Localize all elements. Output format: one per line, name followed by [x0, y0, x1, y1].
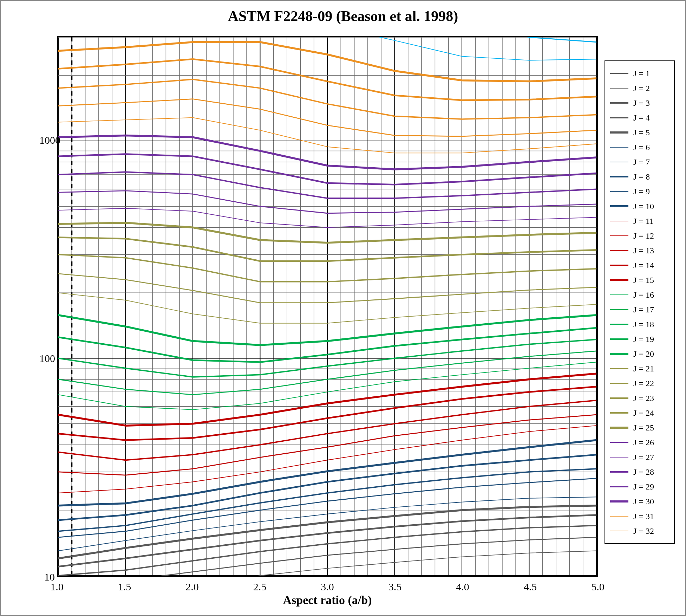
legend-item: J = 23: [609, 391, 671, 406]
legend-label: J = 26: [633, 438, 654, 447]
legend-label: J = 11: [633, 216, 654, 226]
y-tick-label: 10: [39, 571, 55, 583]
x-axis-label: Aspect ratio (a/b): [57, 594, 598, 607]
legend-item: J = 12: [609, 228, 671, 243]
legend-item: J = 21: [609, 361, 671, 376]
legend-label: J = 17: [633, 305, 654, 315]
legend-label: J = 1: [633, 69, 650, 78]
legend-item: J = 25: [609, 420, 671, 435]
legend-label: J = 25: [633, 423, 654, 433]
legend-label: J = 30: [633, 497, 654, 506]
x-tick-label: 5.0: [591, 581, 605, 593]
x-tick-label: 2.0: [185, 581, 199, 593]
legend-label: J = 15: [633, 275, 654, 285]
legend-label: J = 31: [633, 512, 654, 521]
legend-item: J = 8: [609, 169, 671, 184]
legend-label: J = 13: [633, 246, 654, 255]
legend-item: J = 7: [609, 155, 671, 169]
legend-label: J = 2: [633, 84, 650, 93]
legend-label: J = 7: [633, 157, 650, 167]
legend-label: J = 18: [633, 320, 654, 329]
legend-item: J = 15: [609, 273, 671, 287]
legend-label: J = 6: [633, 143, 650, 152]
x-tick-label: 3.5: [388, 581, 402, 593]
legend-item: J = 27: [609, 450, 671, 465]
y-tick-label: 1000: [39, 134, 55, 146]
legend-item: J = 20: [609, 346, 671, 361]
legend-item: J = 22: [609, 376, 671, 391]
legend-label: J = 16: [633, 290, 654, 300]
x-tick-label: 4.5: [524, 581, 537, 593]
legend-box: J = 1J = 2J = 3J = 4J = 5J = 6J = 7J = 8…: [605, 60, 675, 544]
x-tick-label: 2.5: [253, 581, 267, 593]
legend-label: J = 5: [633, 128, 650, 137]
chart-frame: ASTM F2248-09 (Beason et al. 1998) Nondi…: [0, 0, 686, 616]
x-tick-label: 4.0: [456, 581, 469, 593]
legend-label: J = 23: [633, 394, 654, 403]
legend-item: J = 19: [609, 332, 671, 346]
plot-area: [57, 36, 598, 577]
legend-item: J = 9: [609, 184, 671, 199]
legend-item: J = 24: [609, 406, 671, 420]
legend-label: J = 29: [633, 482, 654, 492]
legend-label: J = 8: [633, 172, 650, 182]
chart-title: ASTM F2248-09 (Beason et al. 1998): [1, 8, 685, 25]
x-tick-label: 1.5: [118, 581, 131, 593]
legend-item: J = 11: [609, 214, 671, 228]
legend-item: J = 16: [609, 287, 671, 302]
legend-label: J = 9: [633, 187, 650, 196]
legend-label: J = 10: [633, 202, 654, 211]
legend-label: J = 32: [633, 526, 654, 536]
plot-inner: [58, 37, 596, 576]
legend-item: J = 10: [609, 199, 671, 214]
legend-label: J = 24: [633, 408, 654, 418]
legend-item: J = 2: [609, 81, 671, 96]
legend-item: J = 1: [609, 66, 671, 81]
legend-label: J = 27: [633, 453, 654, 462]
legend-item: J = 4: [609, 110, 671, 125]
legend-item: J = 28: [609, 465, 671, 479]
legend-item: J = 18: [609, 317, 671, 332]
legend-item: J = 3: [609, 96, 671, 110]
legend-label: J = 22: [633, 379, 654, 388]
legend-item: J = 5: [609, 125, 671, 140]
legend-label: J = 14: [633, 261, 654, 270]
legend-item: J = 30: [609, 494, 671, 509]
legend-label: J = 12: [633, 231, 654, 241]
legend-label: J = 4: [633, 113, 650, 123]
legend-item: J = 31: [609, 509, 671, 524]
legend-label: J = 28: [633, 467, 654, 477]
legend-item: J = 17: [609, 302, 671, 317]
legend-item: J = 26: [609, 435, 671, 450]
legend-item: J = 32: [609, 524, 671, 538]
x-tick-label: 3.0: [321, 581, 334, 593]
legend-label: J = 3: [633, 98, 650, 108]
legend-item: J = 13: [609, 243, 671, 258]
legend-item: J = 6: [609, 140, 671, 155]
legend-item: J = 14: [609, 258, 671, 273]
legend-label: J = 21: [633, 364, 654, 374]
legend-label: J = 19: [633, 335, 654, 344]
y-tick-label: 100: [39, 352, 55, 364]
legend-item: J = 29: [609, 479, 671, 494]
legend-label: J = 20: [633, 349, 654, 359]
